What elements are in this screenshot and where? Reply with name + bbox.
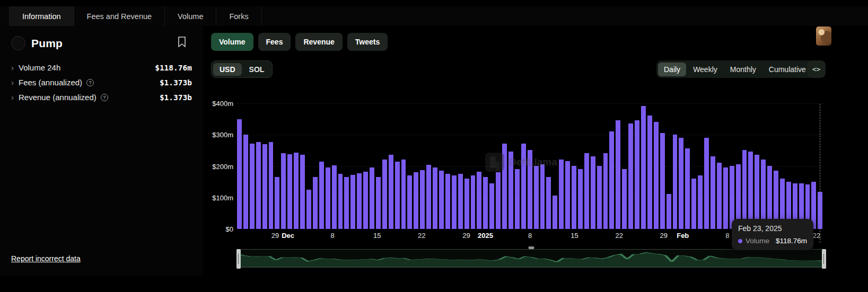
volume-bar[interactable] xyxy=(250,144,255,229)
brush-right-handle[interactable] xyxy=(822,249,826,269)
volume-bar[interactable] xyxy=(673,135,678,229)
volume-bar[interactable] xyxy=(237,119,242,229)
volume-bar[interactable] xyxy=(717,163,722,229)
volume-bar[interactable] xyxy=(660,133,665,229)
volume-bar[interactable] xyxy=(742,150,747,229)
volume-bar[interactable] xyxy=(654,122,659,229)
brush-center-grip[interactable] xyxy=(529,246,534,249)
minimap-brush[interactable] xyxy=(237,249,826,268)
volume-bar[interactable] xyxy=(376,177,381,229)
volume-bar[interactable] xyxy=(262,144,267,229)
volume-bar[interactable] xyxy=(489,183,494,229)
volume-bar[interactable] xyxy=(667,194,671,229)
volume-bar[interactable] xyxy=(628,123,633,229)
interval-monthly[interactable]: Monthly xyxy=(724,63,762,76)
volume-bar[interactable] xyxy=(591,156,595,229)
interval-weekly[interactable]: Weekly xyxy=(687,63,723,76)
info-icon[interactable]: ? xyxy=(86,79,94,86)
volume-bar[interactable] xyxy=(546,177,551,229)
fees-metric-button[interactable]: Fees xyxy=(258,33,291,51)
interval-cumulative[interactable]: Cumulative xyxy=(763,63,812,76)
volume-bar[interactable] xyxy=(578,169,583,229)
brush-left-handle[interactable] xyxy=(236,249,241,269)
sol-toggle[interactable]: SOL xyxy=(243,63,271,76)
volume-bar[interactable] xyxy=(350,175,355,229)
volume-bar[interactable] xyxy=(426,165,431,229)
volume-bar[interactable] xyxy=(565,161,570,229)
volume-bar[interactable] xyxy=(332,165,337,229)
bookmark-icon[interactable] xyxy=(178,37,188,48)
volume-bar[interactable] xyxy=(609,131,614,229)
volume-bar[interactable] xyxy=(382,160,387,229)
volume-bar[interactable] xyxy=(306,190,311,229)
volume-metric-button[interactable]: Volume xyxy=(211,33,253,51)
volume-bar[interactable] xyxy=(326,167,330,229)
volume-bar[interactable] xyxy=(294,153,299,229)
volume-bar[interactable] xyxy=(635,120,639,229)
volume-bar[interactable] xyxy=(256,142,261,229)
volume-bar[interactable] xyxy=(370,167,374,229)
volume-bar[interactable] xyxy=(401,160,406,229)
chevron-right-icon[interactable]: › xyxy=(11,78,14,86)
volume-bar[interactable] xyxy=(559,160,564,229)
tab-forks[interactable]: Forks xyxy=(216,6,261,26)
volume-bar[interactable] xyxy=(698,175,703,229)
volume-bar[interactable] xyxy=(616,120,620,229)
volume-bar[interactable] xyxy=(414,172,418,229)
stat-fees-annualized[interactable]: › Fees (annualized) ? $1.373b xyxy=(11,78,192,87)
volume-bar[interactable] xyxy=(407,175,412,229)
volume-bar[interactable] xyxy=(363,172,368,229)
embed-code-icon[interactable]: <> xyxy=(807,60,826,78)
volume-bar[interactable] xyxy=(748,152,753,229)
volume-bar[interactable] xyxy=(445,174,450,229)
volume-bar[interactable] xyxy=(755,155,759,229)
volume-bar[interactable] xyxy=(464,179,469,229)
volume-bar[interactable] xyxy=(458,174,463,229)
volume-bar[interactable] xyxy=(344,177,349,229)
llama-sticker[interactable] xyxy=(816,26,831,46)
volume-bar[interactable] xyxy=(471,175,476,229)
volume-bar[interactable] xyxy=(389,155,393,229)
usd-toggle[interactable]: USD xyxy=(213,63,242,76)
stat-revenue-annualized[interactable]: › Revenue (annualized) ? $1.373b xyxy=(11,93,192,102)
volume-bar[interactable] xyxy=(691,179,696,229)
volume-bar[interactable] xyxy=(647,116,652,229)
volume-bar[interactable] xyxy=(483,177,488,229)
volume-bar[interactable] xyxy=(622,169,627,229)
volume-bar[interactable] xyxy=(540,164,545,229)
tab-information[interactable]: Information xyxy=(9,6,74,26)
volume-bar[interactable] xyxy=(338,174,343,229)
interval-daily[interactable]: Daily xyxy=(658,63,686,76)
volume-bar[interactable] xyxy=(275,177,279,229)
volume-bar[interactable] xyxy=(439,171,444,229)
revenue-metric-button[interactable]: Revenue xyxy=(295,33,342,51)
volume-bar[interactable] xyxy=(597,166,602,229)
volume-bar[interactable] xyxy=(300,155,305,229)
volume-bar[interactable] xyxy=(641,106,646,229)
report-incorrect-data-link[interactable]: Report incorrect data xyxy=(11,254,81,263)
volume-bar[interactable] xyxy=(534,166,539,229)
info-icon[interactable]: ? xyxy=(101,94,108,101)
volume-bar[interactable] xyxy=(433,167,437,229)
chevron-right-icon[interactable]: › xyxy=(11,64,14,72)
volume-bar[interactable] xyxy=(319,162,324,229)
volume-bar[interactable] xyxy=(395,162,400,229)
volume-bar[interactable] xyxy=(420,170,425,229)
volume-bar[interactable] xyxy=(313,177,318,229)
volume-bar[interactable] xyxy=(572,166,576,229)
tab-fees-and-revenue[interactable]: Fees and Revenue xyxy=(74,6,165,26)
volume-bar[interactable] xyxy=(281,153,286,229)
tab-volume[interactable]: Volume xyxy=(165,6,216,26)
volume-bar[interactable] xyxy=(287,154,292,229)
volume-bar[interactable] xyxy=(553,196,557,229)
volume-bar[interactable] xyxy=(584,153,589,229)
volume-bar[interactable] xyxy=(357,173,362,229)
volume-bar[interactable] xyxy=(704,138,709,229)
tweets-metric-button[interactable]: Tweets xyxy=(347,33,388,51)
chevron-right-icon[interactable]: › xyxy=(11,93,14,101)
volume-bar[interactable] xyxy=(515,169,520,229)
volume-bar[interactable] xyxy=(685,148,690,229)
volume-bar[interactable] xyxy=(243,135,248,229)
volume-bar[interactable] xyxy=(477,172,481,229)
volume-bar[interactable] xyxy=(269,142,274,229)
